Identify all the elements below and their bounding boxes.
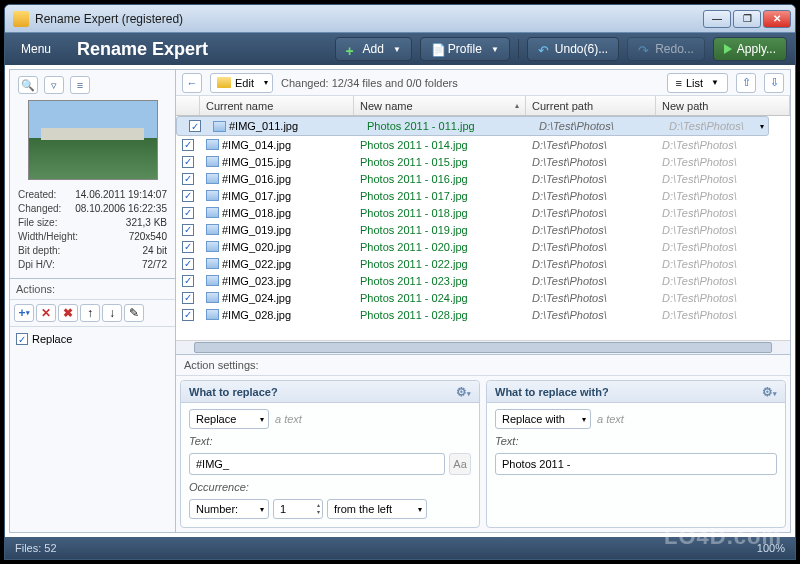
checkbox-icon[interactable]: ✓ (182, 207, 194, 219)
gear-icon[interactable]: ⚙▾ (762, 385, 777, 399)
changed-label: Changed: 12/34 files and 0/0 folders (281, 77, 458, 89)
separator (518, 39, 519, 59)
checkbox-icon[interactable]: ✓ (189, 120, 201, 132)
file-icon (206, 139, 219, 150)
table-row[interactable]: ✓#IMG_015.jpgPhotos 2011 - 015.jpgD:\Tes… (176, 153, 790, 170)
action-up-button[interactable]: ↑ (80, 304, 100, 322)
apply-button[interactable]: Apply... (713, 37, 787, 61)
checkbox-icon[interactable]: ✓ (182, 241, 194, 253)
checkbox-icon[interactable]: ✓ (182, 292, 194, 304)
table-row[interactable]: ✓#IMG_017.jpgPhotos 2011 - 017.jpgD:\Tes… (176, 187, 790, 204)
titlebar[interactable]: Rename Expert (registered) — ❐ ✕ (5, 5, 795, 33)
replace-text-input[interactable] (189, 453, 445, 475)
col-current-name[interactable]: Current name (200, 96, 354, 115)
grid-body[interactable]: ✓#IMG_011.jpgPhotos 2011 - 011.jpgD:\Tes… (176, 116, 790, 340)
status-zoom: 100% (757, 542, 785, 554)
checkbox-icon[interactable]: ✓ (16, 333, 28, 345)
file-icon (206, 309, 219, 320)
action-down-button[interactable]: ↓ (102, 304, 122, 322)
table-row[interactable]: ✓#IMG_014.jpgPhotos 2011 - 014.jpgD:\Tes… (176, 136, 790, 153)
undo-button[interactable]: ↶Undo(6)... (527, 37, 619, 61)
table-row[interactable]: ✓#IMG_023.jpgPhotos 2011 - 023.jpgD:\Tes… (176, 272, 790, 289)
filter-tool[interactable]: ▿ (44, 76, 64, 94)
action-item[interactable]: ✓ Replace (14, 331, 171, 347)
col-check[interactable] (176, 96, 200, 115)
list-tool[interactable]: ≡ (70, 76, 90, 94)
edit-dropdown[interactable]: Edit (210, 73, 273, 93)
current-name: #IMG_015.jpg (222, 156, 291, 168)
current-path: D:\Test\Photos\ (526, 292, 656, 304)
replacewith-text-input[interactable] (495, 453, 777, 475)
col-current-path[interactable]: Current path (526, 96, 656, 115)
gear-icon[interactable]: ⚙▾ (456, 385, 471, 399)
current-name: #IMG_016.jpg (222, 173, 291, 185)
case-toggle[interactable]: Aa (449, 453, 471, 475)
current-name: #IMG_023.jpg (222, 275, 291, 287)
profile-button[interactable]: 📄Profile▼ (420, 37, 510, 61)
meta-dpi-key: Dpi H/V: (18, 258, 55, 272)
new-name: Photos 2011 - 024.jpg (354, 292, 526, 304)
list-icon: ≡ (676, 77, 682, 89)
replace-target-box: What to replace with?⚙▾ Replace witha te… (486, 380, 786, 528)
col-new-path[interactable]: New path (656, 96, 790, 115)
statusbar: Files: 52 100% (5, 537, 795, 559)
table-row[interactable]: ✓#IMG_024.jpgPhotos 2011 - 024.jpgD:\Tes… (176, 289, 790, 306)
checkbox-icon[interactable]: ✓ (182, 224, 194, 236)
move-down-button[interactable]: ⇩ (764, 73, 784, 93)
checkbox-icon[interactable]: ✓ (182, 190, 194, 202)
horizontal-scrollbar[interactable] (176, 340, 790, 354)
redo-button[interactable]: ↷Redo... (627, 37, 705, 61)
edit-label: Edit (235, 77, 254, 89)
current-name: #IMG_014.jpg (222, 139, 291, 151)
col-new-name[interactable]: New name▴ (354, 96, 526, 115)
maximize-button[interactable]: ❐ (733, 10, 761, 28)
table-row[interactable]: ✓#IMG_016.jpgPhotos 2011 - 016.jpgD:\Tes… (176, 170, 790, 187)
checkbox-icon[interactable]: ✓ (182, 309, 194, 321)
grid-header: Current name New name▴ Current path New … (176, 96, 790, 116)
move-up-button[interactable]: ⇧ (736, 73, 756, 93)
action-clear-button[interactable]: ✖ (58, 304, 78, 322)
checkbox-icon[interactable]: ✓ (182, 258, 194, 270)
meta-depth-key: Bit depth: (18, 244, 60, 258)
thumbnail (28, 100, 158, 180)
occurrence-number-input[interactable]: 1 (273, 499, 323, 519)
current-name: #IMG_022.jpg (222, 258, 291, 270)
checkbox-icon[interactable]: ✓ (182, 156, 194, 168)
current-path: D:\Test\Photos\ (526, 309, 656, 321)
checkbox-icon[interactable]: ✓ (182, 275, 194, 287)
table-row[interactable]: ✓#IMG_028.jpgPhotos 2011 - 028.jpgD:\Tes… (176, 306, 790, 323)
new-path: D:\Test\Photos\ (656, 309, 790, 321)
new-name: Photos 2011 - 014.jpg (354, 139, 526, 151)
add-button[interactable]: +Add▼ (335, 37, 412, 61)
new-path: D:\Test\Photos\ (656, 190, 790, 202)
table-row[interactable]: ✓#IMG_022.jpgPhotos 2011 - 022.jpgD:\Tes… (176, 255, 790, 272)
current-name: #IMG_020.jpg (222, 241, 291, 253)
action-delete-button[interactable]: ✕ (36, 304, 56, 322)
minimize-button[interactable]: — (703, 10, 731, 28)
metadata: Created:14.06.2011 19:14:07 Changed:08.1… (14, 186, 171, 274)
nav-back-button[interactable]: ← (182, 73, 202, 93)
table-row[interactable]: ✓#IMG_018.jpgPhotos 2011 - 018.jpgD:\Tes… (176, 204, 790, 221)
current-path: D:\Test\Photos\ (526, 156, 656, 168)
table-row[interactable]: ✓#IMG_020.jpgPhotos 2011 - 020.jpgD:\Tes… (176, 238, 790, 255)
current-name: #IMG_011.jpg (229, 120, 298, 132)
table-row[interactable]: ✓#IMG_011.jpgPhotos 2011 - 011.jpgD:\Tes… (176, 116, 769, 136)
close-button[interactable]: ✕ (763, 10, 791, 28)
undo-label: Undo(6)... (555, 42, 608, 56)
action-add-button[interactable]: +▾ (14, 304, 34, 322)
checkbox-icon[interactable]: ✓ (182, 173, 194, 185)
new-name: Photos 2011 - 016.jpg (354, 173, 526, 185)
new-name: Photos 2011 - 020.jpg (354, 241, 526, 253)
replace-mode-select[interactable]: Replace (189, 409, 269, 429)
table-row[interactable]: ✓#IMG_019.jpgPhotos 2011 - 019.jpgD:\Tes… (176, 221, 790, 238)
occurrence-mode-select[interactable]: Number: (189, 499, 269, 519)
occurrence-from-select[interactable]: from the left (327, 499, 427, 519)
action-edit-button[interactable]: ✎ (124, 304, 144, 322)
checkbox-icon[interactable]: ✓ (182, 139, 194, 151)
menu-button[interactable]: Menu (13, 38, 59, 60)
replacewith-mode-select[interactable]: Replace with (495, 409, 591, 429)
actions-pane: Actions: +▾ ✕ ✖ ↑ ↓ ✎ ✓ Replace (10, 279, 175, 532)
view-list-button[interactable]: ≡List▼ (667, 73, 728, 93)
apply-label: Apply... (737, 42, 776, 56)
zoom-tool[interactable]: 🔍 (18, 76, 38, 94)
